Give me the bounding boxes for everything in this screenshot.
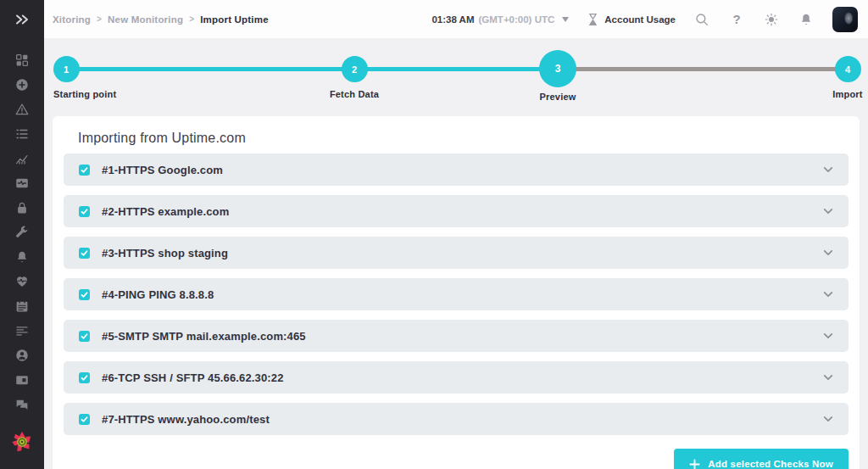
notifications-bell-icon[interactable]	[798, 11, 815, 28]
check-row-label: #3-HTTPS shop staging	[102, 247, 228, 260]
step-1-circle[interactable]: 1	[53, 56, 80, 82]
account-usage-label: Account Usage	[604, 14, 676, 25]
sidebar-item-analytics-icon[interactable]	[10, 151, 34, 166]
sidebar-item-heartbeats-icon[interactable]	[10, 274, 34, 289]
row-checkbox-checked[interactable]	[79, 331, 90, 342]
check-row-label: #5-SMTP SMTP mail.example.com:465	[102, 330, 306, 343]
xitoring-logo	[9, 428, 35, 459]
check-row-6[interactable]: #6-TCP SSH / SFTP 45.66.62.30:22	[64, 361, 849, 394]
step-4-circle[interactable]: 4	[835, 56, 861, 82]
breadcrumb-link-xitoring[interactable]: Xitoring	[53, 14, 91, 25]
import-preview-card: Importing from Uptime.com #1-HTTPS Googl…	[53, 116, 860, 469]
hourglass-icon	[587, 11, 598, 28]
stepper-progress-line	[66, 67, 558, 71]
breadcrumb-link-new-monitoring[interactable]: New Monitoring	[108, 14, 183, 25]
row-checkbox-checked[interactable]	[79, 289, 90, 300]
main-content: 1 Starting point 2 Fetch Data 3 Preview …	[44, 39, 868, 469]
sidebar	[0, 0, 44, 469]
chevron-down-icon[interactable]	[823, 249, 833, 256]
step-2-label: Fetch Data	[330, 89, 379, 99]
check-row-3[interactable]: #3-HTTPS shop staging	[64, 237, 849, 269]
theme-sun-icon[interactable]	[763, 11, 780, 28]
current-time: 01:38 AM	[431, 14, 474, 25]
sidebar-item-calendar-icon[interactable]	[10, 299, 34, 314]
help-icon[interactable]: ?	[728, 11, 745, 28]
sidebar-item-sub-accounts-icon[interactable]	[10, 372, 34, 388]
row-checkbox-checked[interactable]	[79, 414, 90, 425]
chevron-down-icon[interactable]	[562, 17, 569, 22]
chevron-down-icon[interactable]	[823, 291, 833, 298]
breadcrumb-separator: >	[189, 14, 194, 24]
sidebar-item-status-pages-icon[interactable]	[10, 176, 34, 191]
breadcrumb: Xitoring > New Monitoring > Import Uptim…	[53, 14, 269, 25]
row-checkbox-checked[interactable]	[79, 372, 90, 383]
step-4-label: Import	[832, 89, 862, 99]
check-row-label: #4-PING PING 8.8.8.8	[102, 288, 214, 301]
breadcrumb-current-page: Import Uptime	[200, 14, 269, 25]
chevron-down-icon[interactable]	[823, 374, 833, 381]
check-row-1[interactable]: #1-HTTPS Google.com	[64, 154, 849, 186]
check-row-5[interactable]: #5-SMTP SMTP mail.example.com:465	[64, 320, 849, 352]
step-2-circle[interactable]: 2	[342, 56, 368, 82]
check-row-label: #2-HTTPS example.com	[102, 205, 229, 218]
sidebar-expand-icon[interactable]	[0, 0, 44, 39]
chevron-down-icon[interactable]	[823, 416, 833, 422]
import-wizard-stepper: 1 Starting point 2 Fetch Data 3 Preview …	[44, 39, 868, 116]
search-icon[interactable]	[693, 11, 710, 28]
topbar-actions: 01:38 AM (GMT+0:00) UTC Account Usage ?	[431, 7, 858, 32]
user-avatar[interactable]	[832, 7, 858, 32]
check-row-label: #6-TCP SSH / SFTP 45.66.62.30:22	[102, 371, 284, 384]
check-row-2[interactable]: #2-HTTPS example.com	[64, 195, 849, 227]
add-selected-checks-button[interactable]: Add selected Checks Now	[674, 449, 849, 469]
app-window: Xitoring > New Monitoring > Import Uptim…	[0, 0, 868, 469]
stepper-remaining-line	[558, 67, 848, 71]
check-row-label: #1-HTTPS Google.com	[102, 164, 223, 176]
check-row-4[interactable]: #4-PING PING 8.8.8.8	[64, 278, 849, 310]
sidebar-item-checks-list-icon[interactable]	[10, 126, 34, 142]
sidebar-item-notifications-bell-icon[interactable]	[10, 249, 34, 265]
topbar: Xitoring > New Monitoring > Import Uptim…	[44, 0, 868, 39]
card-title: Importing from Uptime.com	[78, 130, 834, 147]
step-3-label: Preview	[540, 92, 576, 102]
chevron-down-icon[interactable]	[823, 332, 833, 339]
sidebar-item-tools-wrench-icon[interactable]	[10, 225, 34, 240]
row-checkbox-checked[interactable]	[79, 248, 90, 259]
step-1-label: Starting point	[53, 89, 116, 99]
add-button-label: Add selected Checks Now	[708, 459, 833, 469]
clock-timezone-selector[interactable]: 01:38 AM (GMT+0:00) UTC	[431, 14, 569, 25]
sidebar-item-feedback-chat-icon[interactable]	[10, 397, 34, 412]
step-3-circle[interactable]: 3	[539, 50, 576, 87]
sidebar-nav	[10, 53, 34, 412]
sidebar-item-account-user-icon[interactable]	[10, 348, 34, 363]
breadcrumb-separator: >	[97, 14, 102, 24]
check-row-7[interactable]: #7-HTTPS www.yahoo.com/test	[64, 403, 849, 435]
chevron-down-icon[interactable]	[823, 166, 833, 173]
plus-icon	[689, 459, 700, 469]
sidebar-item-dashboard-icon[interactable]	[10, 53, 34, 68]
chevron-down-icon[interactable]	[823, 208, 833, 215]
timezone-label: (GMT+0:00) UTC	[479, 14, 555, 25]
row-checkbox-checked[interactable]	[79, 165, 90, 176]
sidebar-item-reports-icon[interactable]	[10, 323, 34, 338]
sidebar-item-add-icon[interactable]	[10, 77, 34, 92]
sidebar-item-incidents-icon[interactable]	[10, 102, 34, 117]
check-row-label: #7-HTTPS www.yahoo.com/test	[102, 413, 270, 426]
account-usage-button[interactable]: Account Usage	[587, 11, 676, 28]
card-footer: Add selected Checks Now	[64, 449, 849, 469]
row-checkbox-checked[interactable]	[79, 206, 90, 217]
sidebar-item-ssl-lock-icon[interactable]	[10, 200, 34, 215]
